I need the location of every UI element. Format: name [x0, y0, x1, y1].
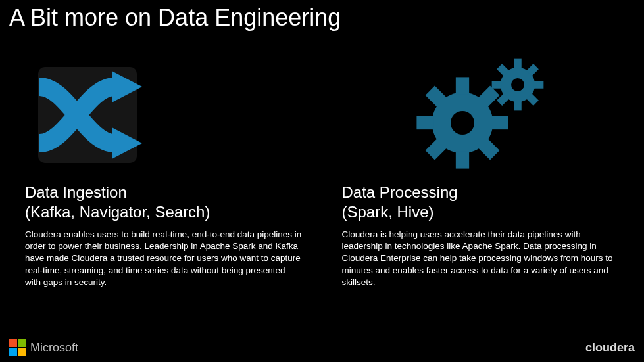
microsoft-logo: Microsoft	[9, 339, 78, 356]
column-ingestion: Data Ingestion (Kafka, Navigator, Search…	[25, 53, 303, 288]
svg-point-13	[511, 78, 524, 91]
slide-title: A Bit more on Data Engineering	[9, 4, 341, 32]
processing-heading-line2: (Spark, Hive)	[342, 203, 434, 221]
microsoft-squares-icon	[9, 339, 26, 356]
ingestion-heading-line2: (Kafka, Navigator, Search)	[25, 203, 210, 221]
ingestion-heading-line1: Data Ingestion	[25, 183, 127, 201]
processing-heading: Data Processing (Spark, Hive)	[342, 183, 620, 222]
ingestion-body: Cloudera enables users to build real-tim…	[25, 229, 303, 288]
footer: Microsoft cloudera	[0, 333, 644, 362]
shuffle-arrows-icon	[28, 59, 153, 171]
microsoft-wordmark: Microsoft	[30, 341, 78, 355]
processing-body: Cloudera is helping users accelerate the…	[342, 229, 620, 288]
cloudera-logo: cloudera	[585, 341, 635, 355]
processing-icon-wrap	[342, 53, 620, 177]
slide: A Bit more on Data Engineering Data	[0, 0, 644, 362]
column-processing: Data Processing (Spark, Hive) Cloudera i…	[342, 53, 620, 288]
processing-heading-line1: Data Processing	[342, 183, 458, 201]
columns: Data Ingestion (Kafka, Navigator, Search…	[25, 53, 619, 288]
gears-icon	[411, 56, 549, 174]
ingestion-heading: Data Ingestion (Kafka, Navigator, Search…	[25, 183, 303, 222]
ingestion-icon-wrap	[25, 53, 303, 177]
svg-point-12	[451, 111, 474, 135]
